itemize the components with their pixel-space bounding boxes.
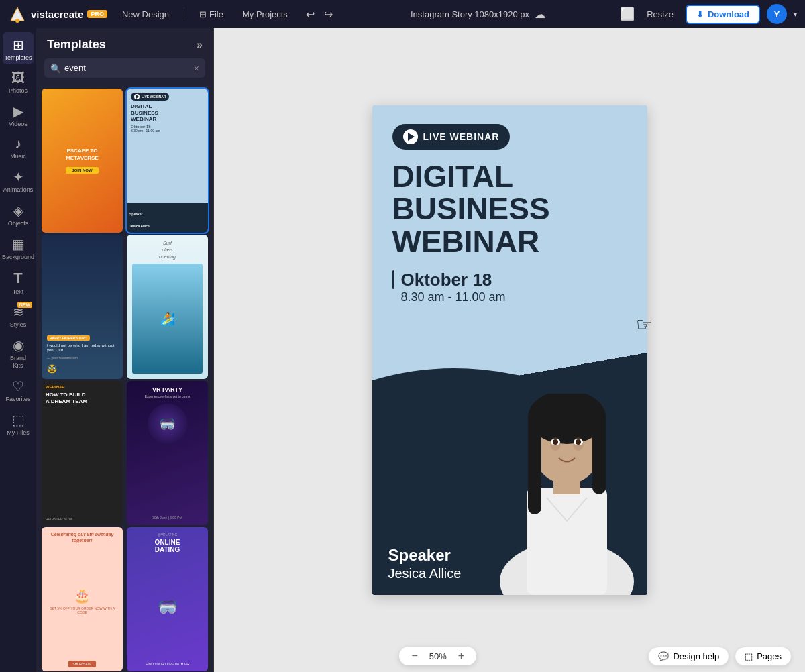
logo-icon (8, 5, 27, 23)
present-button[interactable]: ⬜ (620, 7, 635, 21)
objects-icon: ◈ (13, 203, 23, 219)
panel-title: Templates (47, 38, 106, 52)
main-layout: ⊞ Templates 🖼 Photos ▶ Videos ♪ Music ✦ … (0, 28, 805, 672)
zoom-in-button[interactable]: + (455, 650, 467, 662)
sidebar-item-templates[interactable]: ⊞ Templates (3, 32, 34, 64)
right-nav: ⬜ Resize ⬇ Download Y ▾ (620, 4, 797, 24)
template-card[interactable]: HAPPY FATHER'S DAY! I would not be who I… (42, 235, 123, 379)
template-card[interactable]: @VRLATING ONLINEDATING 🥽 FIND YOUR LOVE … (127, 527, 208, 671)
redo-button[interactable]: ↪ (321, 7, 336, 22)
live-webinar-text: LIVE WEBINAR (423, 131, 500, 142)
template-card-selected[interactable]: LIVE WEBINAR DIGITALBUSINESSWEBINAR Okto… (127, 89, 208, 233)
template-card[interactable]: Celebrating our 5th birthday together! 🎂… (42, 527, 123, 671)
sidebar-item-animations[interactable]: ✦ Animations (3, 164, 34, 197)
search-icon: 🔍 (50, 63, 61, 73)
speaker-name: Jesica Allice (388, 566, 462, 581)
template-signature: — your favourite son (47, 356, 117, 360)
objects-label: Objects (8, 220, 29, 227)
favorites-icon: ♡ (12, 378, 24, 394)
template-card[interactable]: ESCAPE TOMETAVERSE JOIN NOW (42, 89, 123, 233)
template-speaker-section: SpeakerJesica Allice (127, 203, 208, 233)
canvas-bottom-section: Speaker Jesica Allice (372, 387, 647, 595)
template-icon: 🥸 (47, 364, 117, 374)
new-design-button[interactable]: New Design (118, 7, 173, 22)
text-label: Text (13, 288, 24, 296)
search-input[interactable] (44, 58, 205, 78)
file-menu-button[interactable]: ⊞ File (195, 7, 227, 22)
template-tag: HAPPY FATHER'S DAY! (47, 335, 90, 341)
template-subtitle: FIND YOUR LOVE WITH VR (146, 662, 189, 666)
zoom-out-button[interactable]: − (409, 650, 420, 662)
search-clear-button[interactable]: × (194, 63, 199, 74)
sidebar-item-brand-kits[interactable]: ◉ Brand Kits (3, 333, 34, 372)
webinar-title: DIGITAL BUSINESS WEBINAR (392, 160, 627, 258)
music-icon: ♪ (15, 136, 21, 152)
sidebar-item-photos[interactable]: 🖼 Photos (3, 66, 34, 97)
undo-button[interactable]: ↩ (303, 7, 318, 22)
sidebar-item-objects[interactable]: ◈ Objects (3, 198, 34, 230)
templates-icon: ⊞ (13, 37, 24, 53)
template-title: HOW TO BUILDA DREAM TEAM (46, 392, 119, 404)
download-button[interactable]: ⬇ Download (686, 5, 760, 24)
sidebar-item-music[interactable]: ♪ Music (3, 131, 34, 163)
date-bar (392, 270, 394, 289)
pages-button[interactable]: ⬚ Pages (735, 647, 792, 666)
template-title: DIGITALBUSINESSWEBINAR (131, 103, 204, 123)
template-time: 8.30 am - 11.00 am (131, 129, 204, 133)
my-projects-button[interactable]: My Projects (238, 7, 292, 22)
pages-icon: ⬚ (745, 651, 753, 661)
template-title: Celebrating our 5th birthday together! (46, 531, 119, 543)
play-icon (403, 129, 418, 144)
search-box: 🔍 × (44, 58, 205, 78)
my-files-icon: ⬚ (12, 412, 25, 428)
text-icon: T (13, 270, 22, 287)
design-help-icon: 💬 (658, 651, 669, 661)
time-text: 8.30 am - 11.00 am (401, 290, 506, 304)
brand-kits-label: Brand Kits (5, 355, 31, 370)
template-date: 30th June | 6:00 PM (152, 516, 182, 520)
sidebar-item-videos[interactable]: ▶ Videos (3, 99, 34, 131)
templates-panel: Templates » 🔍 × ESCAPE TOMETAVERSE JOIN … (36, 28, 214, 672)
template-subtitle: Experience what's yet to come (145, 394, 191, 398)
speaker-label: Speaker (388, 546, 462, 565)
brand-kits-icon: ◉ (13, 337, 24, 353)
sidebar-item-favorites[interactable]: ♡ Favorites (3, 374, 34, 406)
sidebar-item-background[interactable]: ▦ Background (3, 231, 34, 264)
canvas-container: LIVE WEBINAR DIGITAL BUSINESS WEBINAR (372, 105, 647, 595)
design-canvas[interactable]: LIVE WEBINAR DIGITAL BUSINESS WEBINAR (372, 105, 647, 595)
speaker-photo (480, 313, 647, 595)
wave-separator (372, 360, 647, 394)
template-card[interactable]: VR PARTY Experience what's yet to come 🥽… (127, 381, 208, 525)
template-title: VR PARTY (152, 386, 182, 393)
template-graphic: 🥽 (148, 404, 188, 444)
new-badge: NEW (17, 302, 32, 308)
template-image: 🏄 (132, 264, 203, 374)
template-play-icon (134, 94, 140, 99)
resize-button[interactable]: Resize (641, 7, 679, 22)
background-label: Background (2, 254, 34, 261)
template-text: I would not be who I am today without yo… (47, 343, 117, 354)
music-label: Music (10, 153, 26, 160)
date-text: Oktober 18 (401, 270, 492, 290)
template-card[interactable]: WEBINAR HOW TO BUILDA DREAM TEAM REGISTE… (42, 381, 123, 525)
templates-label: Templates (4, 54, 32, 62)
styles-label: Styles (10, 321, 27, 329)
favorites-label: Favorites (5, 396, 30, 403)
bottom-right-buttons: 💬 Design help ⬚ Pages (648, 647, 792, 666)
photos-icon: 🖼 (11, 70, 25, 86)
bottom-bar: − 50% + 💬 Design help ⬚ Pages (214, 640, 805, 672)
template-title: ONLINEDATING (155, 539, 180, 553)
template-title: Surfclassopening (159, 240, 176, 260)
videos-label: Videos (9, 121, 27, 128)
panel-collapse-button[interactable]: » (197, 39, 203, 51)
sidebar-item-my-files[interactable]: ⬚ My Files (3, 407, 34, 439)
template-card[interactable]: Surfclassopening 🏄 (127, 235, 208, 379)
zoom-controls: − 50% + (399, 647, 476, 665)
sidebar-item-text[interactable]: T Text (3, 265, 34, 298)
nav-separator (184, 7, 184, 21)
avatar-chevron-icon[interactable]: ▾ (794, 11, 797, 18)
user-avatar[interactable]: Y (767, 4, 787, 24)
cloud-sync-icon: ☁ (535, 8, 545, 21)
design-help-button[interactable]: 💬 Design help (648, 647, 729, 666)
date-line: Oktober 18 (392, 270, 627, 290)
